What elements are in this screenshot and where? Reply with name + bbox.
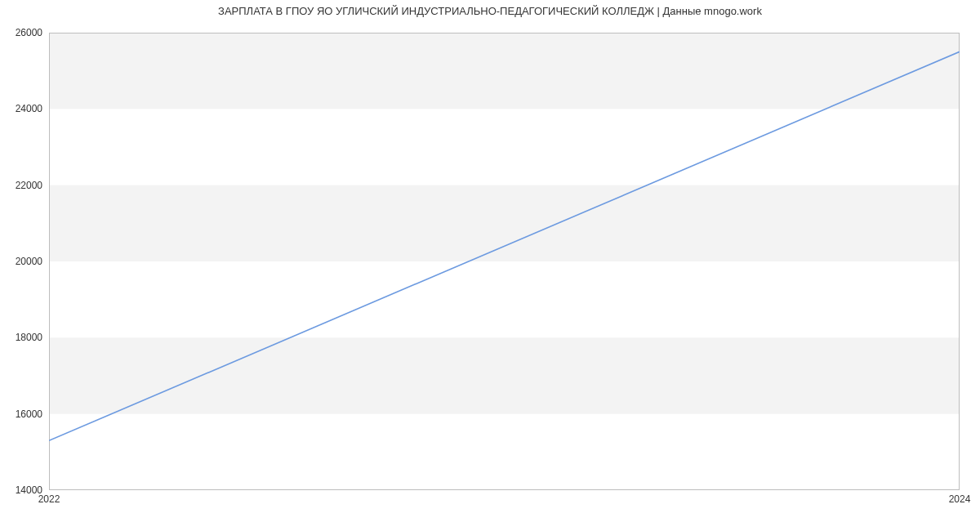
y-tick-label: 14000 [2, 484, 42, 496]
chart-container: ЗАРПЛАТА В ГПОУ ЯО УГЛИЧСКИЙ ИНДУСТРИАЛЬ… [0, 0, 980, 531]
x-tick-label: 2022 [38, 493, 60, 505]
y-tick-label: 24000 [2, 103, 42, 114]
y-tick-label: 18000 [2, 332, 42, 343]
chart-svg [49, 33, 960, 490]
svg-rect-1 [49, 185, 960, 261]
y-tick-label: 20000 [2, 256, 42, 267]
plot-area [49, 33, 960, 490]
y-tick-label: 22000 [2, 180, 42, 191]
svg-rect-2 [49, 33, 960, 109]
y-tick-label: 26000 [2, 27, 42, 38]
svg-rect-0 [49, 337, 960, 413]
x-tick-label: 2024 [949, 493, 971, 505]
y-tick-label: 16000 [2, 408, 42, 420]
chart-title: ЗАРПЛАТА В ГПОУ ЯО УГЛИЧСКИЙ ИНДУСТРИАЛЬ… [0, 5, 980, 17]
